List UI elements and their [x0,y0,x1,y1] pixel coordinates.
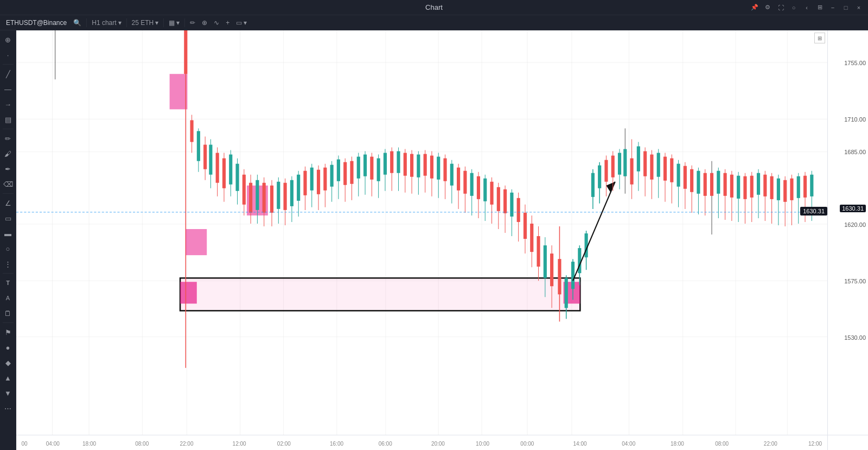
svg-rect-103 [430,156,433,179]
svg-rect-153 [591,173,595,197]
chart-type-button[interactable]: ▦ ▾ [166,18,182,28]
note-icon[interactable]: 🗒 [1,306,15,320]
draw-tool[interactable]: ✏ [187,18,198,28]
textbox-icon[interactable]: A [1,291,15,305]
toolbar-sep-3 [163,18,164,27]
flag-icon[interactable]: ⚑ [1,325,15,339]
svg-rect-28 [184,30,187,74]
svg-rect-221 [186,229,207,255]
symbol-selector[interactable]: ETHUSDT@Binance [3,18,69,28]
expand-button[interactable]: ⊞ [814,33,825,43]
text-icon[interactable]: T [1,276,15,290]
ruler-icon[interactable]: ▤ [1,112,15,126]
pin-button[interactable]: 📌 [749,2,761,14]
down-arrow-icon[interactable]: ▼ [1,386,15,400]
interval-selector[interactable]: H1 chart ▾ [89,18,124,28]
line-draw-icon[interactable]: ╱ [1,67,15,81]
search-icon[interactable]: 🔍 [71,18,84,28]
fullscreen-button[interactable]: ⛶ [775,2,787,14]
pencil-icon[interactable]: ✏ [1,131,15,145]
brush-icon[interactable]: 🖌 [1,147,15,161]
svg-rect-79 [350,161,353,184]
svg-rect-65 [303,171,307,195]
svg-rect-45 [235,164,239,191]
svg-rect-51 [256,180,259,210]
corner-box [827,435,868,450]
more-shapes-icon[interactable]: ⋯ [1,401,15,415]
svg-rect-199 [743,176,746,199]
svg-rect-179 [677,164,680,187]
svg-rect-173 [657,153,660,177]
svg-rect-175 [663,157,667,181]
svg-rect-117 [477,176,480,199]
svg-rect-40 [222,159,226,188]
price-1755: 1755.00 [844,60,866,66]
up-arrow-icon[interactable]: ▲ [1,371,15,385]
lots-chevron: ▾ [155,19,158,27]
svg-rect-32 [197,131,200,161]
svg-rect-171 [650,155,653,180]
sidebar-sep-5 [3,322,14,323]
price-1685: 1685.00 [844,149,866,155]
time-02: 02:00 [277,441,291,447]
zoom-tool[interactable]: ⊕ [199,18,210,28]
eraser-icon[interactable]: ⌫ [1,177,15,191]
time-16: 16:00 [330,441,343,447]
lots-label: 25 ETH [132,19,154,27]
time-08-2: 08:00 [715,441,729,447]
indicator-tool[interactable]: ∿ [211,18,222,28]
titlebar-title: Chart [425,3,443,11]
time-06: 06:00 [379,441,392,447]
angle-icon[interactable]: ∠ [1,196,15,210]
svg-rect-215 [797,176,800,198]
svg-rect-167 [637,147,640,172]
ellipse-icon[interactable]: ○ [1,242,15,256]
circle-icon[interactable]: ● [1,340,15,354]
highlighter-icon[interactable]: ✒ [1,162,15,176]
svg-rect-73 [330,165,334,187]
titlebar-controls: 📌 ⚙ ⛶ ○ ‹ ⊞ − □ × [749,2,868,14]
rect2-icon[interactable]: ▬ [1,226,15,240]
titlebar: Chart 📌 ⚙ ⛶ ○ ‹ ⊞ − □ × [0,0,868,15]
sidebar-sep-1 [3,64,14,65]
crosshair-icon[interactable]: ⊕ [1,33,15,47]
minimize-button[interactable]: − [827,2,839,14]
detach-button[interactable]: ⊞ [814,2,826,14]
svg-rect-207 [770,176,774,199]
svg-rect-77 [343,162,347,185]
svg-rect-99 [417,155,420,178]
time-12: 12:00 [233,441,246,447]
circle-button[interactable]: ○ [788,2,800,14]
svg-rect-85 [370,157,373,180]
svg-rect-107 [443,159,446,181]
svg-rect-47 [242,175,246,205]
svg-rect-143 [565,278,568,308]
rect-icon[interactable]: ▭ [1,211,15,225]
svg-rect-183 [690,169,693,192]
square-icon: ▭ [236,19,242,27]
more-chevron: ▾ [244,19,247,27]
close-button[interactable]: × [853,2,865,14]
time-22: 22:00 [180,441,193,447]
time-04: 04:00 [46,441,60,447]
svg-rect-169 [643,151,647,176]
chart-wrapper: ⊞ [16,30,868,450]
chart-area[interactable]: ⊞ [16,30,827,435]
svg-rect-69 [317,170,320,194]
svg-marker-151 [606,182,615,193]
object-tree-button[interactable]: ▭ ▾ [233,18,250,28]
chevron-button[interactable]: ‹ [801,2,813,14]
dot-icon[interactable]: · [1,48,15,62]
settings-button[interactable]: ⚙ [762,2,774,14]
more-draw-icon[interactable]: ⋮ [1,257,15,271]
horizontal-line-icon[interactable]: — [1,82,15,96]
svg-rect-139 [550,253,553,286]
lots-selector[interactable]: 25 ETH ▾ [129,18,162,28]
svg-rect-157 [604,160,608,182]
sidebar-sep-2 [3,129,14,129]
price-1620: 1620.00 [844,221,866,228]
maximize-button[interactable]: □ [840,2,852,14]
arrow-icon[interactable]: → [1,97,15,111]
add-study-button[interactable]: + [223,18,232,28]
diamond-icon[interactable]: ◆ [1,356,15,370]
